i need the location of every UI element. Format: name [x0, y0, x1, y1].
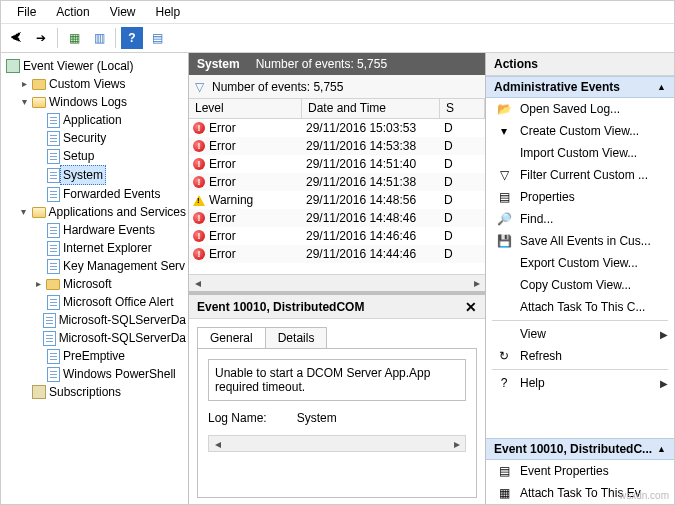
tree-subscriptions[interactable]: Subscriptions [19, 383, 186, 401]
event-row[interactable]: !Error29/11/2016 15:03:53D [189, 119, 485, 137]
event-row[interactable]: !Error29/11/2016 14:51:40D [189, 155, 485, 173]
tree-item-microsoft-sqlserverda[interactable]: Microsoft-SQLServerDa [33, 311, 186, 329]
action-view[interactable]: View▶ [486, 323, 674, 345]
log-icon [43, 330, 56, 346]
back-button[interactable]: ⮜ [5, 27, 27, 49]
action-find[interactable]: 🔎Find... [486, 208, 674, 230]
help-button[interactable]: ? [121, 27, 143, 49]
properties-button[interactable]: ▤ [146, 27, 168, 49]
folder-icon [45, 276, 61, 292]
tree-item-preemptive[interactable]: PreEmptive [33, 347, 186, 365]
event-row[interactable]: !Error29/11/2016 14:53:38D [189, 137, 485, 155]
columns-button[interactable]: ▥ [88, 27, 110, 49]
forward-button[interactable]: ➔ [30, 27, 52, 49]
log-icon [45, 186, 61, 202]
filter-icon[interactable]: ▽ [195, 80, 204, 94]
action-attach-task-to-this-c[interactable]: Attach Task To This C... [486, 296, 674, 318]
action-save-all-events-in-cus[interactable]: 💾Save All Events in Cus... [486, 230, 674, 252]
menu-file[interactable]: File [7, 3, 46, 21]
tree-item-system[interactable]: System [33, 165, 186, 185]
tree-root-label: Event Viewer (Local) [23, 57, 134, 75]
error-icon: ! [193, 212, 205, 224]
tree-label: Microsoft Office Alert [63, 293, 173, 311]
tree-item-security[interactable]: Security [33, 129, 186, 147]
actions-section-event[interactable]: Event 10010, DistributedC... ▲ [486, 438, 674, 460]
tree-item-microsoft-sqlserverda[interactable]: Microsoft-SQLServerDa [33, 329, 186, 347]
action-create-custom-view[interactable]: ▾Create Custom View... [486, 120, 674, 142]
menu-view[interactable]: View [100, 3, 146, 21]
tree-apps-services[interactable]: ▾ Applications and Services [19, 203, 186, 221]
level-text: Error [209, 247, 236, 261]
col-source[interactable]: S [440, 99, 485, 118]
log-icon [45, 240, 61, 256]
action-event-properties[interactable]: ▤Event Properties [486, 460, 674, 482]
tree-windows-logs[interactable]: ▾ Windows Logs [19, 93, 186, 111]
tree-item-microsoft[interactable]: ▸Microsoft [33, 275, 186, 293]
action-refresh[interactable]: ↻Refresh [486, 345, 674, 367]
log-icon [45, 294, 61, 310]
tree-item-setup[interactable]: Setup [33, 147, 186, 165]
action-properties[interactable]: ▤Properties [486, 186, 674, 208]
tree-label: Microsoft [63, 275, 112, 293]
tree-item-hardware-events[interactable]: Hardware Events [33, 221, 186, 239]
action-label: Find... [520, 212, 553, 226]
menu-help[interactable]: Help [146, 3, 191, 21]
action-label: Save All Events in Cus... [520, 234, 651, 248]
action-filter-current-custom[interactable]: ▽Filter Current Custom ... [486, 164, 674, 186]
action-label: Refresh [520, 349, 562, 363]
grid-body[interactable]: !Error29/11/2016 15:03:53D!Error29/11/20… [189, 119, 485, 274]
event-row[interactable]: !Error29/11/2016 14:46:46D [189, 227, 485, 245]
error-icon: ! [193, 176, 205, 188]
tree-root[interactable]: Event Viewer (Local) [5, 57, 186, 75]
collapse-icon[interactable]: ▾ [19, 203, 29, 221]
tree-item-forwarded-events[interactable]: Forwarded Events [33, 185, 186, 203]
event-row[interactable]: !Error29/11/2016 14:48:46D [189, 209, 485, 227]
action-export-custom-view[interactable]: Export Custom View... [486, 252, 674, 274]
tree-item-application[interactable]: Application [33, 111, 186, 129]
action-copy-custom-view[interactable]: Copy Custom View... [486, 274, 674, 296]
log-icon [45, 112, 61, 128]
log-icon [45, 348, 61, 364]
col-date[interactable]: Date and Time [302, 99, 440, 118]
event-row[interactable]: !Error29/11/2016 14:51:38D [189, 173, 485, 191]
tree-custom-views[interactable]: ▸ Custom Views [19, 75, 186, 93]
level-text: Error [209, 139, 236, 153]
action-icon [496, 145, 512, 161]
log-icon [45, 258, 61, 274]
event-row[interactable]: Warning29/11/2016 14:48:56D [189, 191, 485, 209]
log-icon [43, 312, 56, 328]
date-text: 29/11/2016 14:46:46 [302, 229, 440, 243]
tab-general[interactable]: General [197, 327, 266, 348]
event-viewer-icon [5, 58, 21, 74]
submenu-icon: ▶ [660, 378, 668, 389]
action-icon: 🔎 [496, 211, 512, 227]
show-tree-button[interactable]: ▦ [63, 27, 85, 49]
log-icon [45, 167, 61, 183]
action-label: Properties [520, 190, 575, 204]
menu-action[interactable]: Action [46, 3, 99, 21]
horizontal-scrollbar[interactable]: ◂▸ [189, 274, 485, 291]
event-row[interactable]: !Error29/11/2016 14:44:46D [189, 245, 485, 263]
action-help[interactable]: ?Help▶ [486, 372, 674, 394]
col-level[interactable]: Level [189, 99, 302, 118]
detail-scrollbar[interactable]: ◂▸ [208, 435, 466, 452]
event-message: Unable to start a DCOM Server App.App re… [208, 359, 466, 401]
expand-icon[interactable]: ▸ [19, 75, 29, 93]
tab-details[interactable]: Details [265, 327, 328, 348]
tree-item-windows-powershell[interactable]: Windows PowerShell [33, 365, 186, 383]
tree-item-key-management-serv[interactable]: Key Management Serv [33, 257, 186, 275]
collapse-icon[interactable]: ▾ [19, 93, 29, 111]
source-text: D [440, 211, 485, 225]
collapse-icon: ▲ [657, 82, 666, 92]
action-open-saved-log[interactable]: 📂Open Saved Log... [486, 98, 674, 120]
toolbar: ⮜ ➔ ▦ ▥ ? ▤ [1, 23, 674, 53]
tree-item-internet-explorer[interactable]: Internet Explorer [33, 239, 186, 257]
tree-item-microsoft-office-alert[interactable]: Microsoft Office Alert [33, 293, 186, 311]
close-detail-button[interactable]: ✕ [465, 299, 477, 315]
tab-page-general: Unable to start a DCOM Server App.App re… [197, 348, 477, 498]
actions-section-admin[interactable]: Administrative Events ▲ [486, 76, 674, 98]
filter-label: Number of events: 5,755 [212, 80, 343, 94]
action-import-custom-view[interactable]: Import Custom View... [486, 142, 674, 164]
level-text: Warning [209, 193, 253, 207]
date-text: 29/11/2016 14:48:46 [302, 211, 440, 225]
